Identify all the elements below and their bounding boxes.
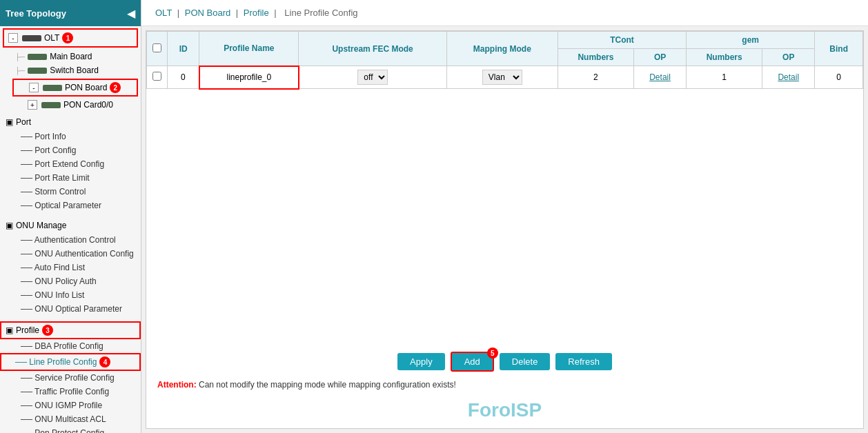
- main-board-node[interactable]: ├─ Main Board: [0, 50, 141, 63]
- nav-traffic-profile[interactable]: ── Traffic Profile Config: [0, 385, 141, 399]
- th-gem-group: gem: [687, 32, 815, 49]
- apply-button[interactable]: Apply: [397, 353, 445, 370]
- row-id: 0: [168, 66, 199, 89]
- nav-port-config[interactable]: ── Port Config: [0, 143, 141, 157]
- port-section-label: Port: [16, 117, 31, 127]
- row-bind-number: 0: [815, 66, 863, 89]
- th-checkbox: [147, 32, 168, 66]
- profile-table: ID Profile Name Upstream FEC Mode Mappin…: [146, 31, 863, 90]
- row-checkbox[interactable]: [152, 72, 161, 81]
- onu-expand-icon: ▣: [6, 221, 13, 230]
- breadcrumb-olt[interactable]: OLT: [155, 8, 172, 18]
- select-all-checkbox[interactable]: [152, 43, 161, 52]
- nav-auto-find[interactable]: ── Auto Find List: [0, 261, 141, 274]
- main-board-label: Main Board: [50, 52, 92, 61]
- sep3: |: [274, 8, 279, 18]
- action-buttons: Apply Add 5 Delete Refresh: [146, 346, 863, 377]
- table-scroll: ID Profile Name Upstream FEC Mode Mappin…: [146, 31, 863, 346]
- attention-text: Can not modify the mapping mode while ma…: [199, 380, 456, 390]
- table-row: 0 lineprofile_0 off on Vlan: [147, 66, 863, 89]
- main-board-icon: [28, 54, 47, 60]
- nav-dba-profile[interactable]: ── DBA Profile Config: [0, 339, 141, 353]
- nav-igmp-profile[interactable]: ── ONU IGMP Profile: [0, 399, 141, 412]
- tree-topology-title: Tree Topology: [6, 8, 66, 19]
- table-container: ID Profile Name Upstream FEC Mode Mappin…: [146, 30, 864, 429]
- olt-label: OLT: [44, 33, 59, 43]
- add-badge: 5: [487, 348, 498, 359]
- th-upstream-fec: Upstream FEC Mode: [299, 32, 446, 66]
- switch-board-label: Switch Board: [50, 66, 99, 75]
- th-mapping-mode: Mapping Mode: [446, 32, 558, 66]
- pon-board-icon: [43, 85, 62, 91]
- nav-auth-control[interactable]: ── Authentication Control: [0, 233, 141, 247]
- nav-port-rate[interactable]: ── Port Rate Limit: [0, 171, 141, 185]
- port-section-header[interactable]: ▣ Port: [0, 114, 141, 130]
- pon-board-label: PON Board: [65, 83, 107, 92]
- row-gem-op: Detail: [762, 66, 815, 89]
- th-tcont-numbers: Numbers: [558, 49, 633, 66]
- row-upstream-fec: off on: [299, 66, 446, 89]
- pon-board-badge: 2: [110, 82, 121, 93]
- th-id: ID: [168, 32, 199, 66]
- attention-prefix: Attention:: [157, 380, 197, 390]
- gem-detail-link[interactable]: Detail: [778, 72, 799, 82]
- port-expand-icon: ▣: [6, 117, 13, 127]
- th-bind: Bind: [815, 32, 863, 66]
- collapse-button[interactable]: ◀: [127, 7, 135, 20]
- nav-onu-optical[interactable]: ── ONU Optical Parameter: [0, 302, 141, 316]
- nav-storm-control[interactable]: ── Storm Control: [0, 185, 141, 199]
- pon-board-node[interactable]: - PON Board 2: [12, 79, 138, 97]
- breadcrumb-line-profile: Line Profile Config: [284, 8, 357, 18]
- onu-manage-header[interactable]: ▣ ONU Manage: [0, 218, 141, 233]
- sidebar-header: Tree Topology ◀: [0, 0, 141, 26]
- breadcrumb: OLT | PON Board | Profile | Line Profile…: [141, 0, 868, 26]
- profile-section-header[interactable]: ▣ Profile 3: [0, 321, 141, 339]
- nav-optical-param[interactable]: ── Optical Parameter: [0, 199, 141, 212]
- mapping-mode-select[interactable]: Vlan GEM: [482, 70, 522, 85]
- nav-pon-protect[interactable]: ── Pon Protect Config: [0, 426, 141, 433]
- refresh-button[interactable]: Refresh: [555, 353, 612, 370]
- content-area: OLT | PON Board | Profile | Line Profile…: [141, 0, 868, 433]
- breadcrumb-profile[interactable]: Profile: [244, 8, 269, 18]
- th-profile-name: Profile Name: [199, 32, 299, 66]
- switch-board-icon: [28, 68, 47, 74]
- olt-icon: [22, 35, 41, 41]
- tcont-detail-link[interactable]: Detail: [649, 72, 671, 82]
- row-gem-numbers: 1: [687, 66, 762, 89]
- nav-onu-info[interactable]: ── ONU Info List: [0, 288, 141, 302]
- add-button-container: Add 5: [451, 352, 494, 372]
- sep1: |: [177, 8, 182, 18]
- row-checkbox-cell: [147, 66, 168, 89]
- profile-section-label: Profile: [16, 325, 39, 335]
- pon-card-expand[interactable]: +: [28, 100, 37, 110]
- th-gem-numbers: Numbers: [687, 49, 762, 66]
- th-tcont-group: TCont: [558, 32, 686, 49]
- th-tcont-op: OP: [634, 49, 687, 66]
- onu-manage-section: ▣ ONU Manage ── Authentication Control ─…: [0, 215, 141, 319]
- breadcrumb-pon-board[interactable]: PON Board: [185, 8, 230, 18]
- breadcrumb-text: OLT | PON Board | Profile | Line Profile…: [155, 8, 361, 18]
- port-section: ▣ Port ── Port Info ── Port Config ── Po…: [0, 112, 141, 215]
- pon-card-node[interactable]: + PON Card0/0: [0, 98, 141, 112]
- nav-multicast-acl[interactable]: ── ONU Multicast ACL: [0, 412, 141, 426]
- nav-port-extend[interactable]: ── Port Extend Config: [0, 157, 141, 171]
- nav-port-info[interactable]: ── Port Info: [0, 130, 141, 143]
- olt-expand[interactable]: -: [8, 33, 18, 43]
- olt-badge: 1: [62, 32, 73, 43]
- pon-card-icon: [41, 102, 61, 108]
- row-tcont-op: Detail: [634, 66, 687, 89]
- pon-board-expand[interactable]: -: [29, 83, 39, 92]
- delete-button[interactable]: Delete: [500, 353, 551, 370]
- nav-service-profile[interactable]: ── Service Profile Config: [0, 371, 141, 385]
- onu-section-label: ONU Manage: [16, 221, 66, 230]
- olt-node[interactable]: - OLT 1: [3, 28, 138, 48]
- nav-onu-policy[interactable]: ── ONU Policy Auth: [0, 274, 141, 288]
- line-profile-badge: 4: [99, 356, 110, 367]
- profile-section: ▣ Profile 3 ── DBA Profile Config ── Lin…: [0, 319, 141, 433]
- watermark: ForoISP: [146, 392, 863, 428]
- nav-onu-auth-config[interactable]: ── ONU Authentication Config: [0, 247, 141, 261]
- upstream-fec-select[interactable]: off on: [357, 70, 388, 85]
- nav-line-profile[interactable]: ── Line Profile Config 4: [0, 353, 141, 371]
- row-tcont-numbers: 2: [558, 66, 633, 89]
- switch-board-node[interactable]: ├─ Switch Board: [0, 63, 141, 77]
